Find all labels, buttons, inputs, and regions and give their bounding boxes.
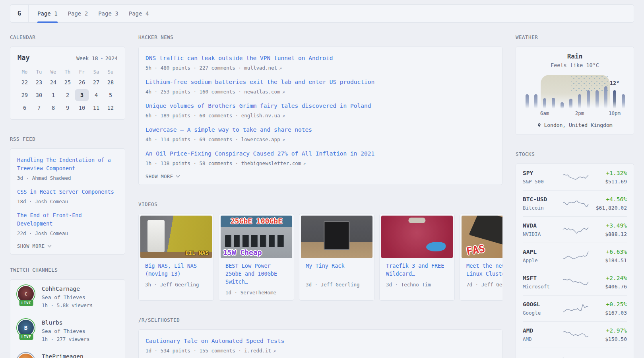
calendar-day: 23 — [32, 76, 46, 88]
video-title-link[interactable]: My Tiny Rack — [306, 262, 368, 278]
video-thumbnail[interactable] — [381, 216, 453, 258]
calendar-weekday: We — [50, 69, 56, 75]
video-thumbnail[interactable]: FAS — [462, 216, 502, 258]
stock-row[interactable]: AMDAMD+2.97%$150.50 — [523, 321, 627, 348]
calendar-day: 9 — [60, 102, 75, 114]
stock-identity: SPYS&P 500 — [523, 169, 563, 185]
hackernews-title-link[interactable]: Lithium-free sodium batteries exit the l… — [145, 78, 495, 86]
weather-time-axis: 6am2pm10pm — [523, 110, 628, 117]
weather-bar — [622, 94, 625, 109]
meta-text: 1h · 138 points · 58 comments · thebigne… — [145, 160, 301, 166]
twitch-avatar[interactable] — [17, 353, 35, 358]
twitch-channel-name[interactable]: Blurbs — [42, 319, 89, 326]
stock-row[interactable]: SPYS&P 500+1.32%$511.69 — [523, 164, 627, 190]
stock-price: $167.03 — [589, 310, 627, 316]
video-title-link[interactable]: BEST Low Power 25GbE and 100GbE Switch… — [225, 262, 287, 286]
stocks-section: STOCKS SPYS&P 500+1.32%$511.69BTC-USDBit… — [516, 151, 634, 358]
calendar-day: 10 — [75, 102, 89, 114]
video-card: LIL NASBig NAS, Lil NAS (moving 13)3h · … — [138, 214, 214, 301]
tab-page-1[interactable]: Page 1 — [37, 5, 58, 22]
section-title-weather: WEATHER — [516, 34, 634, 41]
calendar-weekday: Fr — [79, 69, 85, 75]
weather-card: Rain Feels like 10°C 12° 6am2pm10pm Lond… — [516, 47, 634, 135]
stock-identity: GOOGLGoogle — [523, 301, 563, 316]
video-thumbnail[interactable] — [301, 216, 372, 258]
videos-section: VIDEOS LIL NASBig NAS, Lil NAS (moving 1… — [138, 201, 502, 301]
top-nav: G Page 1Page 2Page 3Page 4 — [10, 4, 634, 23]
stock-row[interactable]: BTC-USDBitcoin+4.56%$61,820.02 — [523, 190, 627, 216]
twitch-channel-row: BLIVEBlurbsSea of Thieves1h · 277 viewer… — [17, 319, 118, 342]
section-title-selfhosted: /R/SELFHOSTED — [138, 317, 502, 324]
stock-symbol: AMD — [523, 327, 563, 334]
stock-price: $184.51 — [589, 257, 627, 264]
rss-item: The End of Front-End Development22d · Jo… — [17, 211, 118, 237]
calendar-section: CALENDAR May Week 182024 MoTuWeThFrSaSu … — [10, 34, 125, 120]
stock-row[interactable]: GOOGLGoogle+0.25%$167.03 — [523, 295, 627, 321]
stock-sparkline — [563, 250, 589, 262]
weather-time-label: 6am — [540, 110, 549, 116]
selfhosted-title-link[interactable]: Cautionary Tale on Automated Speed Tests — [145, 337, 495, 345]
weather-feels-like: Feels like 10°C — [523, 62, 627, 69]
video-thumbnail[interactable]: 25GbE 100GbE15W Cheap — [221, 216, 292, 258]
calendar-year: 2024 — [105, 55, 118, 61]
stock-symbol: GOOGL — [523, 301, 563, 308]
dashboard-page: G Page 1Page 2Page 3Page 4 CALENDAR May … — [0, 4, 644, 358]
hackernews-title-link[interactable]: Unique volumes of Brothers Grimm fairy t… — [145, 102, 495, 110]
calendar-day: 7 — [32, 102, 46, 114]
tab-page-4[interactable]: Page 4 — [129, 5, 149, 22]
hackernews-show-more-button[interactable]: SHOW MORE — [145, 173, 495, 180]
hackernews-section: HACKER NEWS DNS traffic can leak outside… — [138, 34, 502, 185]
rss-meta: 22d · Josh Comeau — [17, 230, 118, 237]
tab-page-2[interactable]: Page 2 — [68, 5, 88, 22]
stock-row[interactable]: AAPLApple+6.63%$184.51 — [523, 243, 627, 269]
meta-text: 3d · Ahmad Shadeed — [17, 175, 71, 181]
daylight-region — [541, 75, 610, 109]
thumbnail-shade — [301, 216, 372, 258]
rss-title-link[interactable]: CSS in React Server Components — [17, 188, 118, 196]
hackernews-title-link[interactable]: An Oil Price-Fixing Conspiracy Caused 27… — [145, 150, 495, 158]
video-thumbnail[interactable]: LIL NAS — [140, 216, 212, 258]
weather-bar — [587, 90, 590, 109]
section-title-hackernews: HACKER NEWS — [138, 34, 502, 41]
hackernews-item: Lowercase – A simple way to take and sha… — [145, 126, 495, 143]
videos-row: LIL NASBig NAS, Lil NAS (moving 13)3h · … — [138, 214, 502, 301]
stock-row[interactable]: MSFTMicrosoft+2.24%$406.76 — [523, 269, 627, 295]
logo[interactable]: G — [10, 5, 29, 22]
weather-time-label: 10pm — [609, 110, 621, 116]
twitch-game: Sea of Thieves — [42, 328, 89, 335]
rss-title-link[interactable]: The End of Front-End Development — [17, 211, 118, 228]
selfhosted-list: Cautionary Tale on Automated Speed Tests… — [145, 337, 495, 358]
stock-sparkline — [563, 198, 589, 210]
twitch-channel-name[interactable]: CohhCarnage — [42, 285, 93, 292]
rss-title-link[interactable]: Handling The Indentation of a Treeview C… — [17, 156, 118, 173]
calendar-weekday: Th — [65, 69, 70, 75]
meta-text: 4h · 114 points · 69 comments · lowercas… — [145, 136, 280, 142]
hackernews-item: Unique volumes of Brothers Grimm fairy t… — [145, 102, 495, 119]
stock-row[interactable]: RDDT-1.59% — [523, 348, 627, 358]
stock-identity: AAPLApple — [523, 248, 563, 264]
stock-symbol: SPY — [523, 169, 563, 177]
video-meta: 3h · Jeff Geerling — [145, 282, 207, 288]
video-title-link[interactable]: Traefik 3 and FREE Wildcard… — [386, 262, 448, 278]
video-card: Traefik 3 and FREE Wildcard…3d · Techno … — [379, 214, 455, 301]
weather-bar — [543, 98, 546, 109]
video-title-link[interactable]: Meet the new Linux Cluster… — [466, 262, 502, 278]
twitch-avatar-wrap: CLIVE — [17, 285, 35, 306]
stock-sparkline — [563, 355, 589, 358]
stock-identity: MSFTMicrosoft — [523, 274, 563, 290]
meta-text: 18d · Josh Comeau — [17, 198, 68, 204]
hackernews-title-link[interactable]: DNS traffic can leak outside the VPN tun… — [145, 54, 495, 62]
hackernews-meta: 5h · 480 points · 227 comments · mullvad… — [145, 64, 495, 72]
rss-show-more-button[interactable]: SHOW MORE — [17, 243, 118, 249]
stock-row[interactable]: NVDANVIDIA+3.49%$888.12 — [523, 216, 627, 243]
tab-page-3[interactable]: Page 3 — [98, 5, 118, 22]
calendar-day: 22 — [17, 76, 32, 88]
selfhosted-item: Cautionary Tale on Automated Speed Tests… — [145, 337, 495, 354]
hackernews-title-link[interactable]: Lowercase – A simple way to take and sha… — [145, 126, 495, 134]
twitch-channel-name[interactable]: ThePrimeagen — [42, 353, 83, 358]
video-title-link[interactable]: Big NAS, Lil NAS (moving 13) — [145, 262, 207, 278]
selfhosted-meta: 1d · 534 points · 155 comments · i.redd.… — [145, 347, 495, 354]
calendar-day: 25 — [60, 76, 75, 88]
weather-bar — [596, 90, 599, 109]
video-card-body: My Tiny Rack3d · Jeff Geerling — [301, 258, 372, 288]
